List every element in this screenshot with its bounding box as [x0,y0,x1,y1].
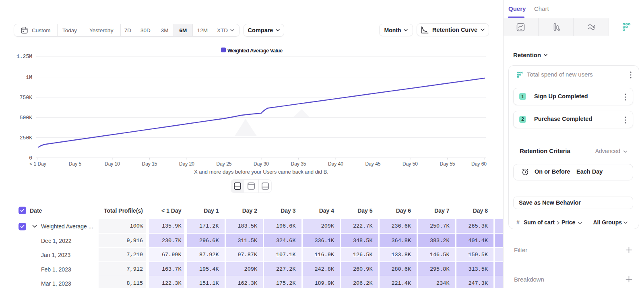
svg-text:Day 40: Day 40 [328,161,343,167]
svg-text:Day 25: Day 25 [216,161,231,167]
svg-text:Day 45: Day 45 [365,161,380,167]
svg-text:Day 35: Day 35 [291,161,306,167]
svg-text:Day 55: Day 55 [440,161,455,167]
svg-text:250K: 250K [20,135,32,141]
svg-text:Day 15: Day 15 [142,161,157,167]
svg-text:0: 0 [29,155,32,161]
svg-text:Day 30: Day 30 [254,161,269,167]
svg-text:1.25M: 1.25M [17,54,32,60]
svg-text:< 1 Day: < 1 Day [29,161,46,167]
svg-text:Day 20: Day 20 [179,161,194,167]
svg-text:750K: 750K [20,95,32,101]
svg-text:1M: 1M [26,75,32,81]
svg-text:Day 50: Day 50 [402,161,418,167]
svg-text:Day 60: Day 60 [471,161,487,167]
svg-text:Day 10: Day 10 [105,161,120,167]
svg-text:500K: 500K [20,115,32,121]
svg-text:Day 5: Day 5 [69,161,82,167]
